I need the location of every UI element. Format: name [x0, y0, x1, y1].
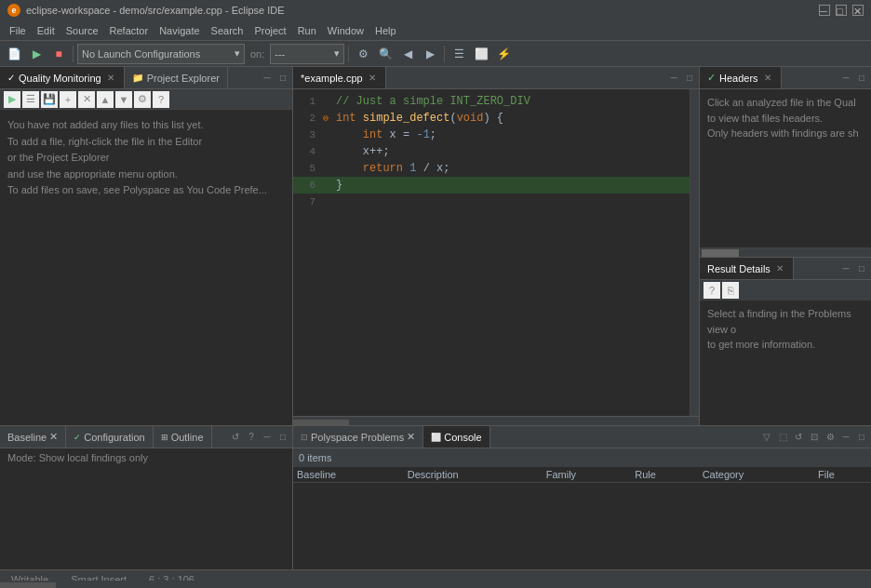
toolbar-separator-2: [348, 46, 349, 62]
bottom-left-content: Mode: Show local findings only: [0, 448, 292, 569]
headers-scrollbar[interactable]: [700, 247, 871, 257]
bottom-right-panel: ⊡ Polyspace Problems ✕ ⬜ Console ▽ ⬚ ↺ ⊡…: [293, 426, 871, 569]
window-title: eclipse-workspace - demo/src/example.cpp…: [26, 5, 285, 16]
result-details-tab-bar: Result Details ✕ ─ □: [700, 258, 871, 280]
qm-save-btn[interactable]: 💾: [41, 91, 58, 108]
editor-row: 1 // Just a simple INT_ZERO_DIV 2 ⊜ int …: [293, 89, 699, 416]
tab-headers[interactable]: ✓ Headers ✕: [700, 67, 782, 88]
filter-btn[interactable]: ▽: [759, 430, 774, 445]
refresh-bottom-left-btn[interactable]: ↺: [228, 430, 243, 445]
editor-tab-bar: *example.cpp ✕ ─ □: [293, 67, 699, 89]
maximize-headers-btn[interactable]: □: [854, 71, 869, 86]
address-dropdown[interactable]: --- ▾: [270, 44, 344, 64]
menu-navigate[interactable]: Navigate: [154, 23, 205, 38]
code-line-3: 3 int x = -1;: [293, 127, 690, 143]
tab-baseline[interactable]: Baseline ✕: [0, 426, 66, 448]
right-panel: ✓ Headers ✕ ─ □ Click an analyzed file i…: [699, 67, 871, 425]
menu-help[interactable]: Help: [369, 23, 402, 38]
problems-scrollbar[interactable]: [0, 581, 871, 588]
tab-configuration[interactable]: ✓ Configuration: [66, 426, 153, 448]
menu-window[interactable]: Window: [322, 23, 369, 38]
toolbar-btn-2[interactable]: 🔍: [375, 44, 395, 64]
minimize-headers-btn[interactable]: ─: [838, 71, 853, 86]
close-headers-tab[interactable]: ✕: [762, 72, 773, 84]
qm-run-btn[interactable]: ▶: [4, 91, 20, 108]
problems-btn-1[interactable]: ⬚: [775, 430, 790, 445]
tab-console[interactable]: ⬜ Console: [423, 426, 489, 448]
minimize-bottom-right-btn[interactable]: ─: [838, 430, 853, 445]
qm-add-btn[interactable]: +: [60, 91, 76, 108]
close-editor-tab[interactable]: ✕: [367, 72, 378, 84]
maximize-result-details-btn[interactable]: □: [854, 261, 869, 276]
headers-tab-bar: ✓ Headers ✕ ─ □: [700, 67, 871, 89]
result-help-btn[interactable]: ?: [704, 282, 720, 299]
tab-result-details[interactable]: Result Details ✕: [700, 258, 794, 279]
th-family: Family: [543, 467, 632, 483]
toolbar-btn-6[interactable]: ⬜: [471, 44, 491, 64]
result-copy-btn[interactable]: ⎘: [722, 282, 739, 299]
menu-project[interactable]: Project: [248, 23, 291, 38]
maximize-btn[interactable]: □: [836, 5, 847, 16]
tab-project-explorer[interactable]: 📁 Project Explorer: [125, 67, 228, 88]
menu-search[interactable]: Search: [206, 23, 249, 38]
new-button[interactable]: 📄: [4, 44, 24, 64]
editor-vertical-scrollbar[interactable]: [690, 89, 699, 416]
code-line-5: 5 return 1 / x;: [293, 160, 690, 177]
help-bottom-left-btn[interactable]: ?: [244, 430, 259, 445]
toolbar-btn-1[interactable]: ⚙: [353, 44, 373, 64]
code-line-2: 2 ⊜ int simple_defect(void) {: [293, 110, 690, 127]
menu-refactor[interactable]: Refactor: [104, 23, 154, 38]
maximize-bottom-right-btn[interactable]: □: [854, 430, 869, 445]
minimize-result-details-btn[interactable]: ─: [838, 261, 853, 276]
toolbar-btn-5[interactable]: ☰: [449, 44, 469, 64]
close-quality-monitoring[interactable]: ✕: [105, 72, 116, 84]
qm-up-btn[interactable]: ▲: [97, 91, 114, 108]
menu-source[interactable]: Source: [60, 23, 104, 38]
code-editor[interactable]: 1 // Just a simple INT_ZERO_DIV 2 ⊜ int …: [293, 89, 690, 416]
main-toolbar: 📄 ▶ ■ No Launch Configurations ▾ on: ---…: [0, 41, 871, 67]
launch-config-dropdown[interactable]: No Launch Configurations ▾: [77, 44, 245, 64]
menu-run[interactable]: Run: [292, 23, 322, 38]
qm-list-btn[interactable]: ☰: [22, 91, 39, 108]
close-result-details-tab[interactable]: ✕: [774, 262, 785, 274]
close-baseline-tab[interactable]: ✕: [49, 431, 58, 443]
toolbar-btn-4[interactable]: ▶: [420, 44, 440, 64]
minimize-bottom-left-btn[interactable]: ─: [260, 430, 275, 445]
headers-scrollbar-thumb[interactable]: [702, 249, 739, 257]
result-details-toolbar: ? ⎘: [700, 280, 871, 301]
bottom-area: Baseline ✕ ✓ Configuration ⊞ Outline ↺ ?…: [0, 425, 871, 569]
tab-outline[interactable]: ⊞ Outline: [154, 426, 212, 448]
run-button[interactable]: ▶: [26, 44, 47, 64]
outline-icon: ⊞: [161, 433, 168, 442]
bottom-left-panel: Baseline ✕ ✓ Configuration ⊞ Outline ↺ ?…: [0, 426, 293, 569]
editor-horizontal-scrollbar[interactable]: [293, 416, 699, 425]
minimize-editor-btn[interactable]: ─: [666, 71, 681, 86]
toolbar-btn-7[interactable]: ⚡: [493, 44, 514, 64]
menu-bar: File Edit Source Refactor Navigate Searc…: [0, 20, 871, 41]
problems-btn-3[interactable]: ⊡: [807, 430, 822, 445]
qm-down-btn[interactable]: ▼: [115, 91, 132, 108]
tab-quality-monitoring[interactable]: ✓ Quality Monitoring ✕: [0, 67, 125, 88]
menu-file[interactable]: File: [4, 23, 32, 38]
maximize-bottom-left-btn[interactable]: □: [275, 430, 290, 445]
qm-help-btn[interactable]: ?: [153, 91, 169, 108]
problems-btn-4[interactable]: ⚙: [823, 430, 838, 445]
project-explorer-icon: 📁: [132, 73, 143, 83]
close-problems-tab[interactable]: ✕: [407, 431, 415, 443]
minimize-left-btn[interactable]: ─: [260, 71, 275, 86]
maximize-editor-btn[interactable]: □: [682, 71, 697, 86]
close-btn[interactable]: ✕: [852, 5, 864, 16]
stop-button[interactable]: ■: [48, 44, 69, 64]
maximize-left-btn[interactable]: □: [275, 71, 290, 86]
minimize-btn[interactable]: ─: [819, 5, 830, 16]
tab-example-cpp[interactable]: *example.cpp ✕: [293, 67, 386, 88]
qm-remove-btn[interactable]: ✕: [78, 91, 95, 108]
tab-polyspace-problems[interactable]: ⊡ Polyspace Problems ✕: [293, 426, 423, 448]
problems-scrollbar-thumb[interactable]: [0, 582, 56, 588]
menu-edit[interactable]: Edit: [32, 23, 60, 38]
editor-area[interactable]: 1 // Just a simple INT_ZERO_DIV 2 ⊜ int …: [293, 89, 699, 425]
problems-btn-2[interactable]: ↺: [791, 430, 806, 445]
qm-settings-btn[interactable]: ⚙: [134, 91, 151, 108]
toolbar-btn-3[interactable]: ◀: [397, 44, 418, 64]
th-category: Category: [699, 467, 814, 483]
